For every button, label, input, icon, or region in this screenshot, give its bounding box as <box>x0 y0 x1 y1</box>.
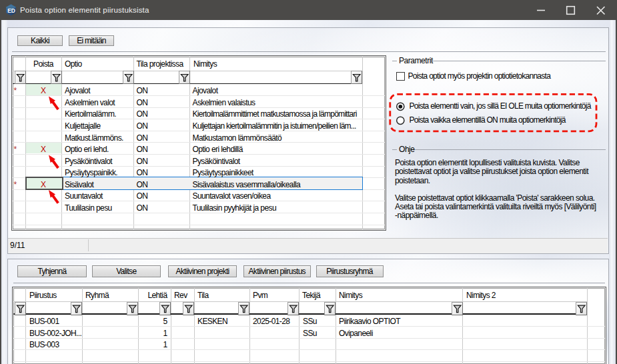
svg-text:ED: ED <box>7 7 15 14</box>
